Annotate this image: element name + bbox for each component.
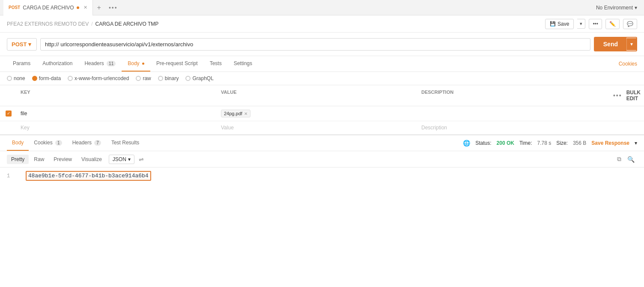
save-response-button[interactable]: Save Response bbox=[591, 140, 629, 146]
th-description: DESCRIPTION bbox=[418, 88, 618, 103]
tab-body[interactable]: Body bbox=[122, 56, 150, 72]
save-button[interactable]: 💾 Save bbox=[545, 19, 574, 29]
chevron-down-icon: ▾ bbox=[635, 5, 637, 11]
body-type-none[interactable]: none bbox=[7, 75, 25, 81]
filter-icon[interactable]: ⇌ bbox=[139, 156, 144, 163]
resp-tab-test-results-label: Test Results bbox=[111, 140, 139, 146]
resp-tab-test-results[interactable]: Test Results bbox=[106, 135, 144, 151]
tab-settings[interactable]: Settings bbox=[228, 56, 258, 72]
code-line-1: 1 48ae9b1e-5fcd-4677-b41b-b3ace914a6b4 bbox=[7, 171, 637, 181]
tab-params[interactable]: Params bbox=[7, 56, 36, 72]
file-tag: 24pg.pdf ✕ bbox=[221, 110, 250, 117]
resp-tab-cookies[interactable]: Cookies 1 bbox=[29, 135, 67, 151]
tab-unsaved-dot bbox=[77, 6, 79, 9]
save-response-chevron[interactable]: ▾ bbox=[635, 140, 637, 146]
body-active-dot bbox=[142, 63, 144, 65]
resp-view-raw[interactable]: Raw bbox=[30, 155, 48, 164]
search-icon[interactable]: 🔍 bbox=[625, 154, 637, 164]
body-type-binary[interactable]: binary bbox=[158, 75, 179, 81]
breadcrumb-actions: 💾 Save ▾ ••• ✏️ 💬 bbox=[545, 19, 637, 29]
body-type-raw[interactable]: raw bbox=[136, 75, 151, 81]
resp-tab-body[interactable]: Body bbox=[7, 135, 29, 151]
form-data-table: KEY VALUE DESCRIPTION ••• Bulk Edit ✓ fi… bbox=[0, 85, 644, 135]
tab-body-label: Body bbox=[128, 60, 139, 66]
tab-bar: POST CARGA DE ARCHIVO ✕ + ••• No Environ… bbox=[0, 0, 644, 15]
edit-button[interactable]: ✏️ bbox=[605, 19, 620, 29]
method-selector[interactable]: POST ▾ bbox=[7, 38, 37, 51]
file-remove-icon[interactable]: ✕ bbox=[244, 111, 247, 116]
status-label: Status: bbox=[475, 140, 491, 146]
file-tag-name: 24pg.pdf bbox=[224, 111, 242, 116]
send-button[interactable]: Send bbox=[595, 38, 626, 51]
resp-view-preview[interactable]: Preview bbox=[49, 155, 76, 164]
placeholder-check bbox=[0, 124, 17, 131]
row-actions-cell bbox=[618, 110, 644, 117]
resp-view-visualize[interactable]: Visualize bbox=[77, 155, 106, 164]
body-type-form-data[interactable]: form-data bbox=[32, 75, 61, 81]
body-type-binary-label: binary bbox=[165, 75, 179, 81]
save-label: Save bbox=[558, 21, 569, 27]
tab-headers-label: Headers bbox=[84, 60, 104, 66]
body-type-urlencoded-label: x-www-form-urlencoded bbox=[75, 75, 129, 81]
more-options-button[interactable]: ••• bbox=[589, 19, 602, 29]
row-value-cell[interactable]: 24pg.pdf ✕ bbox=[218, 106, 418, 121]
radio-binary-icon bbox=[158, 76, 163, 81]
tab-more-button[interactable]: ••• bbox=[105, 4, 121, 11]
bulk-edit-button[interactable]: Bulk Edit bbox=[626, 90, 641, 102]
placeholder-value[interactable]: Value bbox=[218, 121, 418, 134]
body-type-urlencoded[interactable]: x-www-form-urlencoded bbox=[68, 75, 129, 81]
resp-tab-body-label: Body bbox=[12, 140, 24, 146]
placeholder-key[interactable]: Key bbox=[17, 121, 218, 134]
breadcrumb-parent[interactable]: PFEA2 EXTERNOS REMOTO DEV bbox=[7, 21, 89, 27]
send-button-group: Send ▾ bbox=[594, 37, 637, 51]
breadcrumb: PFEA2 EXTERNOS REMOTO DEV / CARGA DE ARC… bbox=[7, 21, 158, 27]
row-key-cell[interactable]: file bbox=[17, 107, 218, 120]
send-dropdown-button[interactable]: ▾ bbox=[626, 38, 636, 50]
tab-headers[interactable]: Headers 11 bbox=[78, 56, 122, 72]
tab-authorization[interactable]: Authorization bbox=[36, 56, 78, 72]
table-row: ✓ file 24pg.pdf ✕ bbox=[0, 106, 644, 121]
tab-pre-request[interactable]: Pre-request Script bbox=[150, 56, 204, 72]
table-more-icon[interactable]: ••• bbox=[613, 92, 622, 99]
tab-tests[interactable]: Tests bbox=[204, 56, 228, 72]
active-tab[interactable]: POST CARGA DE ARCHIVO ✕ bbox=[3, 0, 93, 15]
response-uuid: 48ae9b1e-5fcd-4677-b41b-b3ace914a6b4 bbox=[28, 173, 149, 179]
response-tabs-bar: Body Cookies 1 Headers 7 Test Results 🌐 … bbox=[0, 135, 644, 151]
headers-count-badge: 7 bbox=[94, 140, 101, 146]
resp-view-pretty[interactable]: Pretty bbox=[7, 155, 29, 164]
add-tab-button[interactable]: + bbox=[93, 4, 105, 12]
copy-icon[interactable]: ⧉ bbox=[614, 154, 624, 164]
cookies-link[interactable]: Cookies bbox=[619, 61, 637, 67]
response-status-bar: 🌐 Status: 200 OK Time: 7.78 s Size: 356 … bbox=[463, 140, 637, 146]
th-actions: ••• Bulk Edit bbox=[618, 88, 644, 103]
format-label: JSON bbox=[113, 156, 126, 162]
th-check bbox=[0, 88, 17, 103]
environment-selector[interactable]: No Environment ▾ bbox=[593, 5, 641, 11]
response-section: Body Cookies 1 Headers 7 Test Results 🌐 … bbox=[0, 135, 644, 202]
comment-button[interactable]: 💬 bbox=[623, 19, 637, 29]
tab-tests-label: Tests bbox=[210, 60, 222, 66]
tab-close-icon[interactable]: ✕ bbox=[83, 5, 87, 10]
resp-tab-headers[interactable]: Headers 7 bbox=[67, 135, 106, 151]
url-input[interactable] bbox=[40, 38, 590, 51]
response-body-toolbar: Pretty Raw Preview Visualize JSON ▾ ⇌ ⧉ … bbox=[0, 151, 644, 167]
row-checkbox[interactable]: ✓ bbox=[6, 111, 12, 117]
placeholder-description[interactable]: Description bbox=[418, 121, 618, 134]
tab-pre-request-label: Pre-request Script bbox=[156, 60, 198, 66]
th-key: KEY bbox=[17, 88, 218, 103]
row-description-cell[interactable] bbox=[418, 110, 618, 117]
time-label: Time: bbox=[519, 140, 532, 146]
size-label: Size: bbox=[556, 140, 568, 146]
resp-view-preview-label: Preview bbox=[54, 156, 72, 162]
table-header: KEY VALUE DESCRIPTION ••• Bulk Edit bbox=[0, 85, 644, 106]
resp-view-visualize-label: Visualize bbox=[81, 156, 102, 162]
breadcrumb-current: CARGA DE ARCHIVO TMP bbox=[95, 21, 159, 27]
response-value: 48ae9b1e-5fcd-4677-b41b-b3ace914a6b4 bbox=[26, 171, 151, 181]
tab-label: CARGA DE ARCHIVO bbox=[23, 5, 74, 11]
headers-badge: 11 bbox=[107, 61, 116, 66]
format-selector[interactable]: JSON ▾ bbox=[109, 155, 134, 164]
globe-icon: 🌐 bbox=[463, 140, 470, 146]
body-type-graphql[interactable]: GraphQL bbox=[185, 75, 213, 81]
tab-settings-label: Settings bbox=[234, 60, 252, 66]
save-dropdown-button[interactable]: ▾ bbox=[577, 19, 585, 29]
